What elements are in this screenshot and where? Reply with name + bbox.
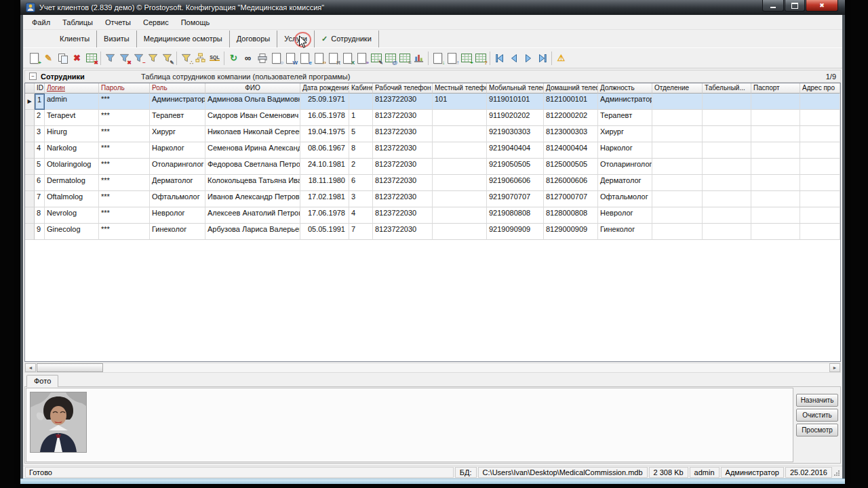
grid-cell-id[interactable]: 6 bbox=[35, 175, 45, 191]
column-header-department[interactable]: Отделение bbox=[652, 83, 703, 94]
grid-cell-work_phone[interactable]: 8123722030 bbox=[373, 94, 433, 110]
grid-cell-login[interactable]: Otolaringolog bbox=[45, 159, 99, 175]
grid-cell-id[interactable]: 2 bbox=[35, 110, 45, 126]
grid-cell-address[interactable] bbox=[800, 126, 840, 142]
grid-cell-fio[interactable]: Колокольцева Татьяна Ивановна bbox=[205, 175, 300, 191]
row-selector[interactable]: ▶ bbox=[25, 94, 35, 110]
grid-cell-address[interactable] bbox=[800, 191, 840, 207]
grid-cell-passport[interactable] bbox=[751, 175, 800, 191]
grid-cell-personnel_number[interactable] bbox=[703, 207, 751, 224]
column-header-home_phone[interactable]: Домашний телефон bbox=[544, 83, 598, 94]
row-selector[interactable] bbox=[25, 175, 35, 191]
table-row[interactable]: 6Dermatolog***ДерматологКолокольцева Тат… bbox=[25, 175, 840, 191]
grid-cell-mobile_phone[interactable]: 9219040404 bbox=[487, 142, 544, 159]
grid-cell-birth_date[interactable]: 25.09.1971 bbox=[300, 94, 349, 110]
nav-last-icon[interactable] bbox=[535, 51, 549, 65]
grid-cell-local_phone[interactable]: 101 bbox=[433, 94, 487, 110]
grid-cell-department[interactable] bbox=[652, 224, 703, 240]
grid-cell-personnel_number[interactable] bbox=[703, 224, 751, 240]
nav-next-icon[interactable] bbox=[521, 51, 535, 65]
grid-cell-home_phone[interactable]: 8125000505 bbox=[544, 159, 598, 175]
column-header-passport[interactable]: Паспорт bbox=[751, 83, 800, 94]
grid-cell-position[interactable]: Гинеколог bbox=[598, 224, 652, 240]
tab-medical-exams[interactable]: Медицинские осмотры bbox=[137, 30, 230, 47]
grid-cell-cabinet[interactable]: 8 bbox=[349, 142, 373, 159]
preview-icon[interactable]: ○ bbox=[269, 51, 283, 65]
assign-photo-button[interactable]: Назначить bbox=[796, 394, 838, 407]
grid-cell-work_phone[interactable]: 8123722030 bbox=[373, 126, 433, 142]
menu-file[interactable]: Файл bbox=[26, 16, 56, 28]
grid-cell-mobile_phone[interactable]: 9219050505 bbox=[487, 159, 544, 175]
grid-cell-department[interactable] bbox=[652, 207, 703, 224]
column-header-login[interactable]: Логин bbox=[45, 83, 99, 94]
table-row[interactable]: 2Terapevt***ТерапевтСидоров Иван Семенов… bbox=[25, 110, 840, 126]
column-header-mobile_phone[interactable]: Мобильный телефон bbox=[487, 83, 544, 94]
grid-cell-local_phone[interactable] bbox=[433, 159, 487, 175]
grid-cell-password[interactable]: *** bbox=[99, 142, 150, 159]
grid-cell-position[interactable]: Хирург bbox=[598, 126, 652, 142]
nav-prev-icon[interactable] bbox=[507, 51, 521, 65]
grid-cell-local_phone[interactable] bbox=[433, 191, 487, 207]
grid-cell-department[interactable] bbox=[652, 142, 703, 159]
minimize-button[interactable] bbox=[762, 0, 784, 12]
grid-cell-position[interactable]: Отоларинголог bbox=[598, 159, 652, 175]
grid-cell-personnel_number[interactable] bbox=[703, 191, 751, 207]
collapse-icon[interactable]: − bbox=[29, 73, 37, 80]
grid-cell-passport[interactable] bbox=[751, 110, 800, 126]
grid-cell-login[interactable]: Ginecolog bbox=[45, 224, 99, 240]
column-header-local_phone[interactable]: Местный телефон bbox=[433, 83, 487, 94]
title-bar[interactable]: Учет клиентов (2.839 демо) © Prostoysoft… bbox=[20, 0, 845, 15]
grid-cell-role[interactable]: Невролог bbox=[150, 207, 205, 224]
add-record-icon[interactable]: + bbox=[27, 51, 41, 65]
grid-cell-department[interactable] bbox=[652, 175, 703, 191]
grid-cell-home_phone[interactable]: 8127000707 bbox=[544, 191, 598, 207]
grid-cell-birth_date[interactable]: 18.11.1980 bbox=[300, 175, 349, 191]
grid-cell-cabinet[interactable]: 6 bbox=[349, 175, 373, 191]
grid-cell-mobile_phone[interactable]: 9219090909 bbox=[487, 224, 544, 240]
grid-cell-login[interactable]: Narkolog bbox=[45, 142, 99, 159]
row-selector[interactable] bbox=[25, 191, 35, 207]
grid-cell-role[interactable]: Нарколог bbox=[150, 142, 205, 159]
grid-cell-position[interactable]: Терапевт bbox=[598, 110, 652, 126]
mail-merge-icon[interactable]: @ bbox=[383, 51, 397, 65]
grid-cell-home_phone[interactable]: 8126000606 bbox=[544, 175, 598, 191]
export-template-icon[interactable]: ✎ bbox=[369, 51, 383, 65]
grid-cell-login[interactable]: Hirurg bbox=[45, 126, 99, 142]
grid-cell-fio[interactable]: Арбузова Лариса Валерьевна bbox=[205, 224, 300, 240]
tab-contracts[interactable]: Договоры bbox=[230, 30, 277, 47]
grid-cell-local_phone[interactable] bbox=[433, 110, 487, 126]
grid-cell-id[interactable]: 5 bbox=[35, 159, 45, 175]
scrollbar-track[interactable] bbox=[104, 363, 829, 372]
grid-cell-birth_date[interactable]: 17.02.1981 bbox=[300, 191, 349, 207]
grid-cell-password[interactable]: *** bbox=[99, 126, 150, 142]
export-rtf-icon[interactable]: R bbox=[326, 51, 340, 65]
grid-cell-password[interactable]: *** bbox=[99, 191, 150, 207]
print-labels-icon[interactable]: ≡ bbox=[397, 51, 412, 65]
grid-cell-local_phone[interactable] bbox=[433, 142, 487, 159]
table-row[interactable]: 9Ginecolog***ГинекологАрбузова Лариса Ва… bbox=[25, 224, 840, 240]
grid-cell-cabinet[interactable]: 1 bbox=[349, 110, 373, 126]
grid-cell-login[interactable]: admin bbox=[45, 94, 99, 110]
nav-first-icon[interactable] bbox=[492, 51, 507, 65]
grid-cell-personnel_number[interactable] bbox=[703, 142, 751, 159]
grid-cell-local_phone[interactable] bbox=[433, 175, 487, 191]
column-header-fio[interactable]: ФИО bbox=[205, 83, 300, 94]
grid-cell-home_phone[interactable]: 8128000808 bbox=[544, 207, 598, 224]
grid-cell-address[interactable] bbox=[800, 110, 840, 126]
grid-cell-password[interactable]: *** bbox=[99, 159, 150, 175]
grid-cell-position[interactable]: Администратор bbox=[598, 94, 652, 110]
grid-cell-mobile_phone[interactable]: 9119020202 bbox=[487, 110, 544, 126]
grid-cell-department[interactable] bbox=[652, 94, 703, 110]
column-header-role[interactable]: Роль bbox=[150, 83, 205, 94]
grid-cell-role[interactable]: Дерматолог bbox=[150, 175, 205, 191]
edit-record-icon[interactable]: ✎ bbox=[41, 51, 56, 65]
grid-cell-home_phone[interactable]: 8129000909 bbox=[544, 224, 598, 240]
table-properties-icon[interactable]: ? bbox=[473, 51, 488, 65]
menu-reports[interactable]: Отчеты bbox=[99, 16, 137, 28]
column-header-position[interactable]: Должность bbox=[598, 83, 652, 94]
grid-cell-address[interactable] bbox=[800, 159, 840, 175]
scroll-right-icon[interactable]: ► bbox=[829, 363, 840, 372]
column-header-work_phone[interactable]: Рабочий телефон bbox=[373, 83, 433, 94]
quick-filter-icon[interactable] bbox=[146, 51, 160, 65]
column-header-address[interactable]: Адрес про bbox=[800, 83, 840, 94]
